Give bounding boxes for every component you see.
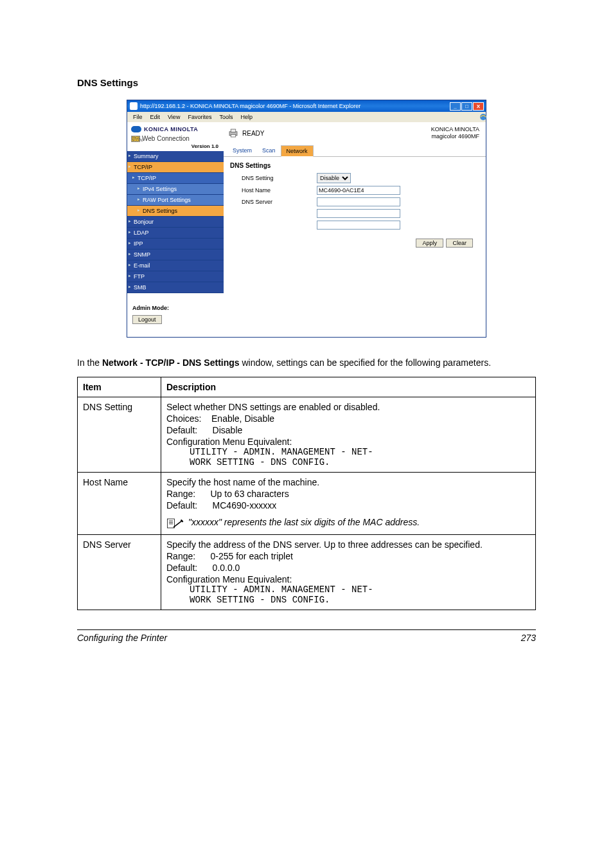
left-column: KONICA MINOLTA PAGE SCOPE Web Connection…	[127, 122, 224, 337]
page-footer: Configuring the Printer 273	[77, 629, 536, 643]
admin-mode-label: Admin Mode:	[132, 305, 218, 311]
input-dns-server-1[interactable]	[317, 197, 400, 206]
svg-rect-4	[168, 519, 175, 528]
tab-scan[interactable]: Scan	[257, 145, 281, 156]
page-heading: DNS Settings	[77, 77, 536, 88]
main-tabs: System Scan Network	[224, 143, 486, 157]
input-dns-server-3[interactable]	[317, 221, 400, 230]
cell-item-host: Host Name	[78, 472, 161, 534]
pane-title: DNS Settings	[230, 162, 479, 169]
nav-ipp[interactable]: IPP	[127, 239, 224, 249]
th-item: Item	[78, 377, 161, 397]
note-text: "xxxxxx" represents the last six digits …	[188, 517, 420, 527]
lbl-dns-server: DNS Server	[230, 199, 317, 205]
admin-block: Admin Mode: Logout	[127, 293, 224, 337]
nav-email[interactable]: E-mail	[127, 260, 224, 271]
th-description: Description	[161, 377, 536, 397]
browser-window: http://192.168.1.2 - KONICA MINOLTA magi…	[127, 100, 486, 338]
select-dns-setting[interactable]: Disable	[317, 173, 351, 183]
menu-help[interactable]: Help	[237, 114, 256, 120]
ie-page-icon	[130, 102, 138, 110]
cell-desc-dns: Select whether DNS settings are enabled …	[161, 397, 536, 472]
menu-file[interactable]: File	[130, 114, 146, 120]
cell-desc-server: Specify the address of the DNS server. U…	[161, 534, 536, 610]
tab-system[interactable]: System	[227, 145, 257, 156]
minimize-button[interactable]: _	[450, 102, 461, 111]
nav-tcpip-sub[interactable]: TCP/IP	[127, 173, 224, 184]
svg-rect-3	[231, 134, 236, 137]
brand-badge-icon	[131, 126, 141, 132]
brand-logo: KONICA MINOLTA	[131, 126, 198, 132]
version-label: Version 1.0	[127, 142, 224, 151]
footer-title: Configuring the Printer	[77, 633, 167, 643]
nav-ldap[interactable]: LDAP	[127, 228, 224, 239]
pagescope-row: PAGE SCOPE Web Connection	[127, 134, 224, 142]
browser-menubar: File Edit View Favorites Tools Help	[127, 112, 486, 122]
settings-table: Item Description DNS Setting Select whet…	[77, 377, 536, 610]
svg-rect-2	[231, 129, 236, 132]
close-button[interactable]: X	[473, 102, 484, 111]
intro-paragraph: In the Network - TCP/IP - DNS Settings w…	[77, 357, 536, 369]
window-controls: _ □ X	[450, 102, 484, 111]
settings-pane: DNS Settings DNS Setting Disable Host Na…	[224, 157, 486, 254]
window-titlebar: http://192.168.1.2 - KONICA MINOLTA magi…	[127, 100, 486, 112]
note-icon	[166, 517, 184, 530]
cell-item-dns: DNS Setting	[78, 397, 161, 472]
window-title: http://192.168.1.2 - KONICA MINOLTA magi…	[140, 103, 360, 109]
nav-rawport[interactable]: RAW Port Settings	[127, 195, 224, 206]
nav-summary[interactable]: Summary	[127, 151, 224, 162]
nav-bonjour[interactable]: Bonjour	[127, 217, 224, 228]
status-text: READY	[242, 130, 264, 137]
menu-view[interactable]: View	[164, 114, 183, 120]
menu-tools[interactable]: Tools	[216, 114, 236, 120]
nav-ftp[interactable]: FTP	[127, 271, 224, 282]
nav-snmp[interactable]: SNMP	[127, 249, 224, 260]
cell-item-server: DNS Server	[78, 534, 161, 610]
nav-smb[interactable]: SMB	[127, 282, 224, 293]
side-nav: Summary TCP/IP TCP/IP IPv4 Settings RAW …	[127, 151, 224, 293]
printer-icon	[227, 127, 239, 139]
nav-dns[interactable]: DNS Settings	[127, 206, 224, 217]
footer-page-number: 273	[521, 633, 536, 643]
clear-button[interactable]: Clear	[446, 239, 473, 248]
tab-network[interactable]: Network	[281, 145, 314, 157]
input-dns-server-2[interactable]	[317, 209, 400, 218]
apply-button[interactable]: Apply	[416, 239, 443, 248]
nav-ipv4[interactable]: IPv4 Settings	[127, 184, 224, 195]
lbl-host-name: Host Name	[230, 187, 317, 194]
lbl-dns-setting: DNS Setting	[230, 175, 317, 181]
logout-button[interactable]: Logout	[132, 315, 162, 324]
status-ready: READY	[227, 126, 264, 140]
menu-edit[interactable]: Edit	[147, 114, 164, 120]
nav-tcpip[interactable]: TCP/IP	[127, 162, 224, 173]
brand-text: KONICA MINOLTA	[144, 126, 198, 132]
device-id: KONICA MINOLTA magicolor 4690MF	[431, 126, 479, 140]
input-host-name[interactable]	[317, 186, 400, 195]
ie-logo-icon	[475, 113, 484, 122]
maximize-button[interactable]: □	[461, 102, 472, 111]
pagescope-label: Web Connection	[142, 135, 190, 142]
right-column: READY KONICA MINOLTA magicolor 4690MF Sy…	[224, 122, 486, 337]
menu-favorites[interactable]: Favorites	[184, 114, 215, 120]
cell-desc-host: Specify the host name of the machine. Ra…	[161, 472, 536, 534]
pagescope-icon: PAGE SCOPE	[131, 136, 140, 142]
